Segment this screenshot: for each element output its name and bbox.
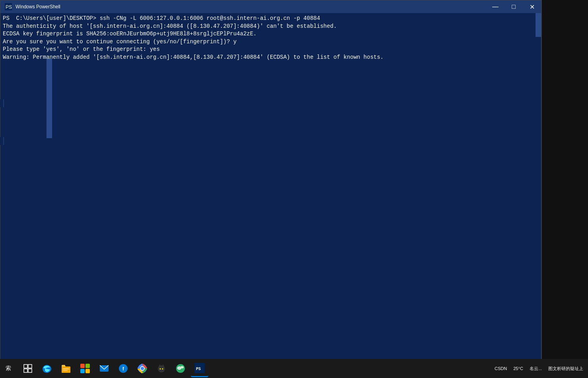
terminal-line: ECDSA key fingerprint is SHA256:ooERnJEu… — [3, 30, 539, 38]
svg-rect-9 — [63, 370, 68, 371]
svg-point-30 — [180, 368, 180, 368]
svg-rect-12 — [80, 369, 85, 373]
blue-app-icon[interactable]: f — [114, 360, 132, 377]
temperature-tray: 25°C — [511, 365, 526, 372]
address-tray: 图文析研的疑址上 — [546, 365, 586, 372]
terminal-line: Please type 'yes', 'no' or the fingerpri… — [3, 46, 539, 54]
title-bar: PS Windows PowerShell — □ ✕ — [0, 0, 541, 13]
svg-rect-2 — [24, 364, 27, 368]
edge-icon[interactable] — [38, 360, 56, 377]
maximize-button[interactable]: □ — [505, 0, 523, 13]
file-explorer-icon[interactable] — [57, 360, 75, 377]
window-title: Windows PowerShell — [16, 4, 537, 10]
svg-rect-13 — [85, 369, 90, 373]
svg-rect-5 — [28, 369, 32, 372]
name-label: 名云... — [530, 366, 542, 372]
store-icon[interactable] — [76, 360, 94, 377]
terminal-line: The authenticity of host '[ssh.intern-ai… — [3, 23, 539, 31]
terminal-body[interactable]: PS C:\Users\[user]\DESKTOP> ssh -CNg -L … — [0, 13, 541, 378]
svg-text:PS: PS — [6, 4, 12, 10]
scrollbar-track[interactable] — [536, 13, 541, 362]
temp-label: 25°C — [513, 366, 523, 371]
svg-point-28 — [180, 366, 184, 368]
terminal-line: Warning: Permanently added '[ssh.intern-… — [3, 54, 539, 62]
svg-rect-7 — [62, 366, 70, 373]
svg-point-20 — [141, 367, 144, 370]
cat-app-icon[interactable] — [153, 360, 170, 377]
svg-rect-10 — [80, 364, 85, 368]
terminal-line: PS C:\Users\[user]\DESKTOP> ssh -CNg -L … — [3, 15, 539, 23]
svg-marker-22 — [159, 364, 161, 366]
svg-rect-8 — [63, 368, 69, 369]
csdn-label: CSDN — [495, 366, 507, 371]
window-controls: — □ ✕ — [486, 0, 541, 13]
address-label: 图文析研的疑址上 — [548, 366, 583, 372]
scrollbar-thumb[interactable] — [536, 13, 541, 37]
svg-rect-11 — [85, 364, 90, 368]
minimize-button[interactable]: — — [486, 0, 505, 13]
svg-point-24 — [160, 368, 161, 370]
svg-text:PS: PS — [196, 367, 201, 371]
svg-rect-3 — [28, 364, 32, 368]
name-tray: 名云... — [527, 365, 544, 372]
csdn-tray[interactable]: CSDN — [492, 365, 509, 372]
right-panel — [541, 0, 588, 359]
powershell-taskbar-icon[interactable]: PS — [191, 360, 208, 377]
left-panel-hint — [0, 99, 4, 107]
wechat-icon[interactable] — [172, 360, 189, 377]
svg-point-25 — [162, 368, 163, 370]
powershell-icon: PS — [4, 3, 12, 11]
vertical-scrollbar[interactable] — [47, 59, 52, 138]
task-view-icon[interactable] — [19, 360, 37, 377]
powershell-window: PS Windows PowerShell — □ ✕ PS C:\Users\… — [0, 0, 541, 378]
search-text[interactable]: 索 — [2, 365, 14, 372]
terminal-line: Are you sure you want to continue connec… — [3, 38, 539, 46]
chrome-icon[interactable] — [134, 360, 151, 377]
taskbar-tray: CSDN 25°C 名云... 图文析研的疑址上 — [492, 365, 586, 372]
mail-icon[interactable] — [95, 360, 113, 377]
close-button[interactable]: ✕ — [523, 0, 541, 13]
svg-rect-4 — [24, 369, 27, 372]
left-panel-hint2 — [0, 137, 4, 145]
taskbar: 索 — [0, 359, 588, 378]
svg-point-29 — [179, 368, 179, 368]
svg-marker-23 — [162, 364, 164, 366]
